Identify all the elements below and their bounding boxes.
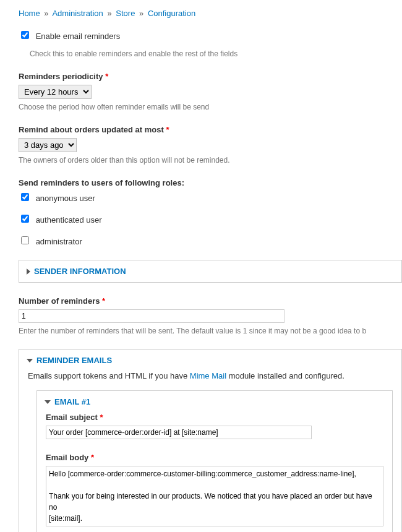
breadcrumb-sep: » [107, 9, 111, 18]
num-reminders-item: Number of reminders * Enter the number o… [19, 296, 402, 335]
periodicity-desc: Choose the period how often reminder ema… [19, 103, 402, 111]
remind-age-label: Remind about orders updated at most * [19, 125, 402, 134]
role-authenticated-label: authenticated user [36, 215, 102, 225]
breadcrumb-sep: » [139, 9, 143, 18]
email-subject-label: Email subject * [46, 413, 383, 422]
breadcrumb-config[interactable]: Configuration [148, 9, 195, 18]
chevron-right-icon [27, 268, 30, 275]
email-1-fieldset: EMAIL #1 Email subject * Email body * [36, 390, 393, 532]
periodicity-item: Reminders periodicity * Every 12 hours C… [19, 72, 402, 111]
chevron-down-icon [45, 400, 51, 404]
enable-reminders-desc: Check this to enable reminders and enabl… [30, 49, 402, 58]
role-administrator-checkbox[interactable] [21, 236, 29, 244]
email-body-label: Email body * [46, 453, 383, 462]
email-1-legend[interactable]: EMAIL #1 [37, 391, 392, 413]
remind-age-item: Remind about orders updated at most * 3 … [19, 125, 402, 165]
roles-item: Send reminders to users of following rol… [19, 178, 402, 246]
role-anonymous-checkbox[interactable] [21, 193, 29, 201]
email-subject-input[interactable] [46, 426, 312, 439]
sender-info-legend[interactable]: SENDER INFORMATION [19, 260, 401, 282]
num-reminders-input[interactable] [19, 309, 284, 323]
enable-reminders-label: Enable email reminders [36, 32, 121, 41]
roles-label: Send reminders to users of following rol… [19, 178, 402, 187]
enable-reminders-item: Enable email reminders Check this to ena… [19, 29, 402, 58]
role-anonymous-label: anonymous user [36, 194, 95, 203]
reminder-emails-fieldset: REMINDER EMAILS Emails support tokens an… [19, 349, 402, 532]
breadcrumb-sep: » [44, 9, 48, 18]
breadcrumb: Home » Administration » Store » Configur… [19, 9, 402, 18]
sender-info-fieldset: SENDER INFORMATION [19, 260, 402, 283]
email-body-item: Email body * [46, 453, 383, 528]
remind-age-select[interactable]: 3 days ago [19, 138, 77, 152]
emails-intro: Emails support tokens and HTML if you ha… [28, 371, 393, 380]
periodicity-select[interactable]: Every 12 hours [19, 85, 92, 99]
remind-age-desc: The owners of orders older than this opt… [19, 156, 402, 165]
enable-reminders-checkbox[interactable] [21, 31, 29, 39]
breadcrumb-store[interactable]: Store [116, 9, 135, 18]
breadcrumb-admin[interactable]: Administration [52, 9, 103, 18]
breadcrumb-home[interactable]: Home [19, 9, 40, 18]
email-body-textarea[interactable] [46, 466, 383, 526]
role-authenticated-checkbox[interactable] [21, 215, 29, 223]
mime-mail-link[interactable]: Mime Mail [190, 371, 226, 380]
role-administrator-label: administrator [36, 237, 82, 246]
email-subject-item: Email subject * [46, 413, 383, 439]
num-reminders-desc: Enter the number of reminders that will … [19, 327, 402, 335]
reminder-emails-legend[interactable]: REMINDER EMAILS [19, 350, 401, 371]
periodicity-label: Reminders periodicity * [19, 72, 402, 81]
chevron-down-icon [27, 359, 33, 363]
num-reminders-label: Number of reminders * [19, 296, 402, 306]
